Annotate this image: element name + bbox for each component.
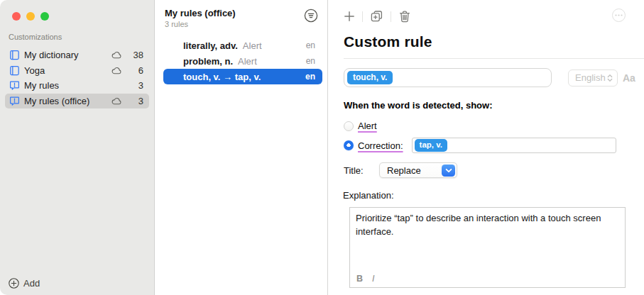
window-controls bbox=[12, 12, 49, 21]
rules-bubble-icon bbox=[9, 95, 20, 106]
chevron-down-icon bbox=[442, 165, 455, 177]
sidebar-item-label: My dictionary bbox=[24, 50, 111, 60]
book-icon bbox=[9, 50, 20, 61]
correction-radio-label[interactable]: Correction: bbox=[358, 140, 403, 151]
item-count: 3 bbox=[129, 96, 143, 106]
bold-button[interactable]: B bbox=[356, 274, 363, 284]
explanation-text: Prioritize “tap” to describe an interact… bbox=[356, 213, 601, 237]
title-popup-button[interactable]: Replace bbox=[379, 162, 457, 178]
item-count: 6 bbox=[129, 65, 143, 76]
close-window-button[interactable] bbox=[12, 12, 21, 21]
rule-word: problem, n. bbox=[183, 56, 233, 67]
plus-circle-icon bbox=[9, 278, 19, 289]
language-select[interactable]: English bbox=[568, 69, 618, 87]
cloud-icon bbox=[111, 51, 122, 59]
rule-list-column: My rules (office) 3 rules literally, adv… bbox=[155, 0, 328, 295]
rule-action: Alert bbox=[238, 56, 257, 67]
sidebar-item-label: My rules bbox=[24, 80, 111, 91]
correction-option-row: Correction: tap, v. bbox=[344, 138, 644, 153]
detect-heading: When the word is detected, show: bbox=[344, 100, 644, 111]
rule-list-subtitle: 3 rules bbox=[165, 20, 319, 28]
rule-word: literally, adv. bbox=[183, 40, 238, 51]
detail-toolbar bbox=[344, 9, 644, 23]
rule-list-header: My rules (office) 3 rules bbox=[155, 0, 327, 28]
title-field-label: Title: bbox=[344, 165, 379, 176]
chevron-updown-icon bbox=[607, 74, 613, 82]
sidebar-item-my-rules-office[interactable]: My rules (office) 3 bbox=[5, 94, 149, 109]
rules-bubble-icon bbox=[9, 80, 20, 91]
sidebar-item-my-rules[interactable]: My rules 3 bbox=[5, 78, 149, 94]
sidebar-item-yoga[interactable]: Yoga 6 bbox=[5, 63, 149, 79]
ellipsis-icon bbox=[615, 14, 623, 16]
word-row: touch, v. English Aa bbox=[344, 68, 644, 87]
correction-token[interactable]: tap, v. bbox=[415, 139, 447, 152]
word-input[interactable]: touch, v. bbox=[344, 68, 552, 87]
rule-row-literally[interactable]: literally, adv. Alert en bbox=[163, 38, 322, 53]
filter-lines-circle-icon bbox=[304, 9, 318, 23]
rule-action: Alert bbox=[243, 40, 262, 51]
plus-icon bbox=[344, 11, 355, 22]
sidebar-item-my-dictionary[interactable]: My dictionary 38 bbox=[5, 48, 149, 63]
item-count: 38 bbox=[129, 50, 143, 60]
sidebar-section-header: Customizations bbox=[9, 33, 146, 41]
app-window: Customizations My dictionary 38 Yoga 6 bbox=[0, 0, 644, 295]
rule-row-touch-selected[interactable]: touch, v. → tap, v. en bbox=[163, 69, 322, 84]
add-rule-button[interactable] bbox=[344, 11, 355, 22]
item-count: 3 bbox=[129, 80, 143, 91]
toolbar-separator bbox=[362, 11, 363, 22]
divider bbox=[344, 58, 644, 59]
case-sensitivity-toggle[interactable]: Aa bbox=[623, 72, 635, 84]
alert-radio[interactable] bbox=[344, 121, 354, 131]
rule-word: touch, v. → tap, v. bbox=[183, 72, 261, 82]
trash-icon bbox=[398, 10, 411, 23]
rule-language-badge: en bbox=[305, 72, 315, 82]
cloud-icon bbox=[111, 67, 122, 74]
more-options-button[interactable] bbox=[612, 9, 626, 22]
rule-language-badge: en bbox=[306, 56, 315, 66]
duplicate-icon bbox=[370, 10, 383, 23]
toolbar-separator bbox=[391, 11, 391, 22]
add-customization-button[interactable]: Add bbox=[9, 278, 40, 289]
book-icon bbox=[9, 65, 20, 76]
rule-list-title: My rules (office) bbox=[165, 8, 319, 18]
alert-radio-label[interactable]: Alert bbox=[358, 121, 377, 131]
title-popup-value: Replace bbox=[387, 165, 421, 176]
cloud-icon bbox=[111, 97, 122, 105]
sidebar-item-label: My rules (office) bbox=[24, 96, 111, 106]
delete-rule-button[interactable] bbox=[398, 10, 411, 23]
minimize-window-button[interactable] bbox=[26, 12, 35, 21]
sidebar-item-label: Yoga bbox=[24, 65, 111, 76]
rule-language-badge: en bbox=[306, 40, 315, 50]
duplicate-rule-button[interactable] bbox=[370, 10, 383, 23]
add-button-label: Add bbox=[23, 278, 40, 289]
rule-detail-panel: Custom rule touch, v. English Aa When th… bbox=[328, 0, 644, 295]
correction-radio[interactable] bbox=[344, 140, 354, 150]
italic-button[interactable]: I bbox=[372, 274, 374, 284]
rule-rows: literally, adv. Alert en problem, n. Ale… bbox=[155, 38, 327, 84]
page-title: Custom rule bbox=[344, 33, 644, 50]
zoom-window-button[interactable] bbox=[40, 12, 49, 21]
explanation-label: Explanation: bbox=[343, 190, 644, 201]
sidebar: Customizations My dictionary 38 Yoga 6 bbox=[0, 0, 155, 295]
format-bar: B I bbox=[356, 274, 375, 284]
alert-option-row: Alert bbox=[344, 121, 644, 131]
word-token[interactable]: touch, v. bbox=[347, 71, 393, 84]
filter-button[interactable] bbox=[304, 9, 318, 23]
correction-input[interactable]: tap, v. bbox=[412, 138, 616, 153]
language-value: English bbox=[575, 72, 606, 83]
title-field-row: Title: Replace bbox=[344, 162, 644, 178]
rule-row-problem[interactable]: problem, n. Alert en bbox=[163, 53, 322, 69]
explanation-textarea[interactable]: Prioritize “tap” to describe an interact… bbox=[349, 207, 626, 288]
